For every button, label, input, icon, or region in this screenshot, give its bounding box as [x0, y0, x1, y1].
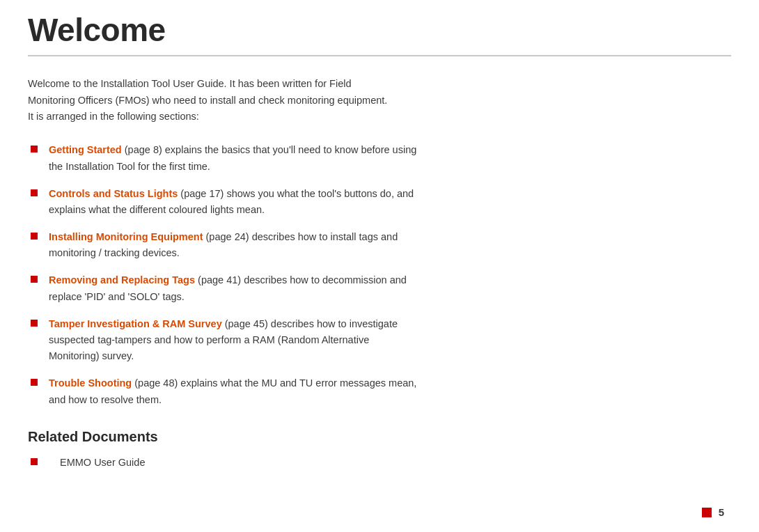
bullet-content-getting-started: Getting Started (page 8) explains the ba… — [49, 142, 418, 174]
list-item: Trouble Shooting (page 48) explains what… — [28, 375, 418, 407]
related-docs-title: Related Documents — [28, 429, 731, 445]
related-item-text: EMMO User Guide — [60, 455, 145, 471]
bullet-content-removing: Removing and Replacing Tags (page 41) de… — [49, 272, 418, 304]
highlight-controls: Controls and Status Lights — [49, 188, 178, 199]
highlight-tamper: Tamper Investigation & RAM Survey — [49, 318, 222, 329]
list-item: Getting Started (page 8) explains the ba… — [28, 142, 418, 174]
page-number-area: 5 — [702, 506, 724, 518]
page-container: Welcome Welcome to the Installation Tool… — [0, 0, 759, 532]
bullet-icon — [31, 233, 38, 240]
list-item: Controls and Status Lights (page 17) sho… — [28, 186, 418, 218]
highlight-getting-started: Getting Started — [49, 144, 122, 155]
bullet-icon — [31, 189, 38, 196]
related-list-item: EMMO User Guide — [28, 455, 731, 471]
list-item: Tamper Investigation & RAM Survey (page … — [28, 316, 418, 365]
bullet-content-installing: Installing Monitoring Equipment (page 24… — [49, 229, 418, 261]
bullet-icon — [31, 276, 38, 283]
highlight-removing: Removing and Replacing Tags — [49, 274, 195, 285]
bullet-icon — [31, 320, 38, 327]
list-item: Installing Monitoring Equipment (page 24… — [28, 229, 418, 261]
bullet-icon — [31, 146, 38, 152]
related-docs-section: Related Documents EMMO User Guide — [28, 429, 731, 471]
bullet-icon — [31, 458, 38, 465]
bullet-list: Getting Started (page 8) explains the ba… — [28, 142, 418, 407]
page-number-icon — [702, 508, 712, 517]
bullet-icon — [31, 379, 38, 386]
page-number-text: 5 — [719, 506, 724, 518]
bullet-content-tamper: Tamper Investigation & RAM Survey (page … — [49, 316, 418, 365]
highlight-trouble: Trouble Shooting — [49, 377, 132, 389]
title-section: Welcome — [28, 0, 731, 56]
page-title: Welcome — [28, 13, 731, 48]
bullet-content-trouble: Trouble Shooting (page 48) explains what… — [49, 375, 418, 407]
highlight-installing: Installing Monitoring Equipment — [49, 231, 203, 242]
bullet-content-controls: Controls and Status Lights (page 17) sho… — [49, 186, 418, 218]
related-list: EMMO User Guide — [28, 455, 731, 471]
intro-text: Welcome to the Installation Tool User Gu… — [28, 76, 390, 126]
list-item: Removing and Replacing Tags (page 41) de… — [28, 272, 418, 304]
